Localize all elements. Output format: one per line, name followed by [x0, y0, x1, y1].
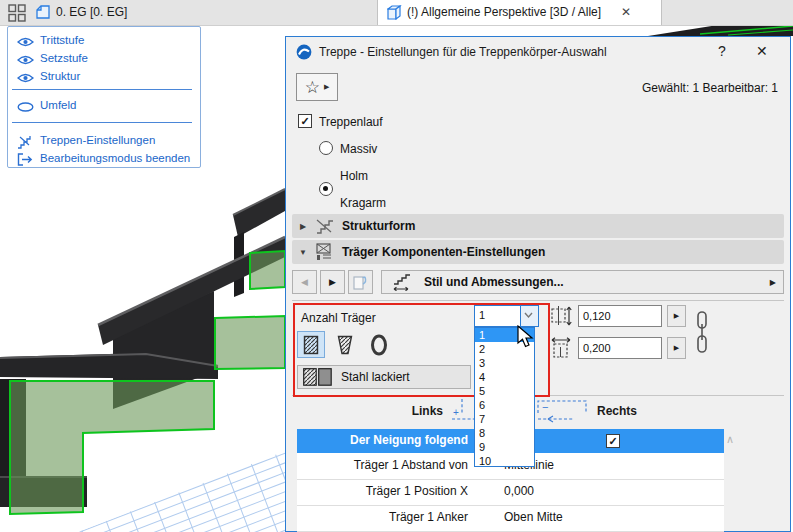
transfer-settings-button[interactable]	[348, 270, 373, 294]
help-button[interactable]: ?	[718, 43, 726, 59]
palette-item-label: Umfeld	[40, 99, 76, 111]
dropdown-option[interactable]: 6	[475, 398, 534, 412]
table-header-rechts: Rechts	[597, 404, 637, 418]
table-row-anker[interactable]: Träger 1 Anker Oben Mitte	[297, 505, 724, 532]
beam-shape-trapezoid-button[interactable]	[331, 331, 359, 358]
eye-closed-icon	[17, 102, 34, 112]
palette-item-label: Trittstufe	[40, 34, 84, 46]
neigung-checkbox[interactable]: ✓	[606, 434, 620, 448]
check-icon: ✓	[300, 115, 309, 127]
palette-item-label: Bearbeitungsmodus beenden	[40, 152, 190, 164]
selection-status: Gewählt: 1 Bearbeitbar: 1	[642, 81, 778, 95]
beam-height-spin-button[interactable]: ▶	[667, 305, 686, 327]
beam-height-icon	[550, 305, 574, 327]
beam-width-input[interactable]	[578, 337, 662, 359]
stil-button-label: Stil und Abmessungen...	[424, 275, 564, 289]
app-root: { "tabbar": { "tab_floorplan": "0. EG [0…	[0, 0, 793, 532]
palette-item-bearbeitungsmodus-beenden[interactable]: Bearbeitungsmodus beenden	[8, 151, 200, 168]
spin-arrow-icon: ▶	[674, 344, 679, 352]
row-label: Der Neigung folgend	[297, 433, 468, 447]
anzahl-traeger-label: Anzahl Träger	[301, 311, 376, 325]
expanded-arrow-icon: ▼	[292, 248, 314, 257]
strukturform-icon	[314, 217, 334, 235]
radio-massiv[interactable]	[319, 141, 333, 155]
dropdown-option[interactable]: 8	[475, 426, 534, 440]
row-label: Träger 1 Position X	[297, 484, 468, 498]
dropdown-option[interactable]: 7	[475, 412, 534, 426]
collapsed-arrow-icon: ▶	[292, 222, 314, 231]
eye-icon	[17, 36, 34, 48]
anzahl-traeger-dropdown[interactable]: 1	[474, 305, 539, 327]
radio-holm[interactable]	[319, 182, 333, 196]
palette-item-label: Treppen-Einstellungen	[40, 134, 155, 146]
favorites-button[interactable]: ☆ ▶	[296, 73, 338, 101]
ellipse-outline-icon	[370, 334, 388, 356]
row-label: Träger 1 Anker	[297, 510, 468, 524]
transfer-doc-icon	[352, 274, 369, 291]
dropdown-chevron-button[interactable]	[520, 306, 538, 326]
beam-shape-round-button[interactable]	[365, 331, 393, 358]
dropdown-selected-value: 1	[479, 309, 485, 321]
next-icon: ▶	[329, 277, 336, 287]
dropdown-option[interactable]: 4	[475, 370, 534, 384]
table-row-position-x[interactable]: Träger 1 Position X 0,000	[297, 479, 724, 506]
palette-item-struktur[interactable]: Struktur	[8, 69, 200, 86]
dropdown-option[interactable]: 5	[475, 384, 534, 398]
mouse-cursor	[516, 325, 536, 349]
tab-close-icon[interactable]: ✕	[621, 0, 631, 25]
3d-view-icon	[387, 5, 402, 20]
trapezoid-hatch-icon	[337, 335, 353, 355]
section-strukturform-label: Strukturform	[342, 219, 415, 233]
palette-item-umfeld[interactable]: Umfeld	[8, 98, 200, 115]
dropdown-option[interactable]: 9	[475, 440, 534, 454]
palette-item-label: Struktur	[40, 70, 80, 82]
dialog-close-icon[interactable]: ✕	[756, 43, 768, 59]
tab-floorplan-label: 0. EG [0. EG]	[56, 0, 127, 25]
stair-settings-icon	[17, 135, 33, 149]
tab-bar: 0. EG [0. EG] (!) Allgemeine Perspektive…	[0, 0, 793, 26]
next-component-button[interactable]: ▶	[320, 270, 345, 294]
archicad-logo-icon	[296, 44, 312, 60]
stair-dimensions-icon	[392, 273, 414, 291]
scroll-up-icon[interactable]: ∧	[726, 433, 734, 446]
section-traeger[interactable]: ▼ Träger Komponenten-Einstellungen	[292, 240, 784, 264]
row-label: Träger 1 Abstand von	[297, 458, 468, 472]
link-chain-icon[interactable]	[694, 309, 710, 357]
eye-icon	[17, 54, 34, 66]
material-swatch-icon	[303, 368, 333, 386]
palette-item-treppen-einstellungen[interactable]: Treppen-Einstellungen	[8, 133, 200, 150]
palette-item-label: Setzstufe	[40, 52, 88, 64]
section-strukturform[interactable]: ▶ Strukturform	[292, 214, 784, 238]
beam-width-spin-button[interactable]: ▶	[667, 337, 686, 359]
eye-icon	[17, 72, 34, 84]
row-value[interactable]: 0,000	[504, 484, 534, 498]
spin-arrow-icon: ▶	[674, 312, 679, 320]
floorplan-icon	[36, 5, 51, 20]
separator-line	[292, 300, 784, 301]
beam-shape-rect-button[interactable]	[297, 331, 325, 358]
dropdown-option[interactable]: 10	[475, 454, 534, 468]
tab-overview-icon[interactable]	[8, 4, 26, 22]
material-button[interactable]: Stahl lackiert	[297, 365, 471, 389]
favorites-menu-arrow-icon: ▶	[324, 83, 329, 91]
prev-component-button[interactable]: ◀	[292, 270, 317, 294]
palette-item-trittstufe[interactable]: Trittstufe	[8, 33, 200, 50]
traeger-komponenten-icon	[314, 243, 334, 261]
stil-button-arrow-icon: ▶	[770, 278, 776, 287]
stair-settings-dialog: Treppe - Einstellungen für die Treppenkö…	[285, 36, 791, 532]
table-header-links: Links	[366, 404, 443, 418]
palette-item-setzstufe[interactable]: Setzstufe	[8, 51, 200, 68]
beam-height-input[interactable]	[578, 305, 662, 327]
section-traeger-label: Träger Komponenten-Einstellungen	[342, 245, 545, 259]
stil-und-abmessungen-button[interactable]: Stil und Abmessungen... ▶	[381, 270, 784, 294]
radio-kragarm-label: Kragarm	[340, 196, 386, 210]
tab-3d-perspective[interactable]: (!) Allgemeine Perspektive [3D / Alle] ✕	[377, 0, 662, 25]
palette-separator	[12, 122, 192, 123]
dropdown-option[interactable]: 3	[475, 356, 534, 370]
palette-separator	[12, 89, 192, 90]
treppenlauf-label: Treppenlauf	[319, 115, 383, 129]
treppenlauf-checkbox[interactable]: ✓	[298, 114, 312, 128]
material-label: Stahl lackiert	[341, 370, 410, 384]
row-value[interactable]: Oben Mitte	[504, 510, 563, 524]
tab-3d-label: (!) Allgemeine Perspektive [3D / Alle]	[407, 0, 601, 25]
